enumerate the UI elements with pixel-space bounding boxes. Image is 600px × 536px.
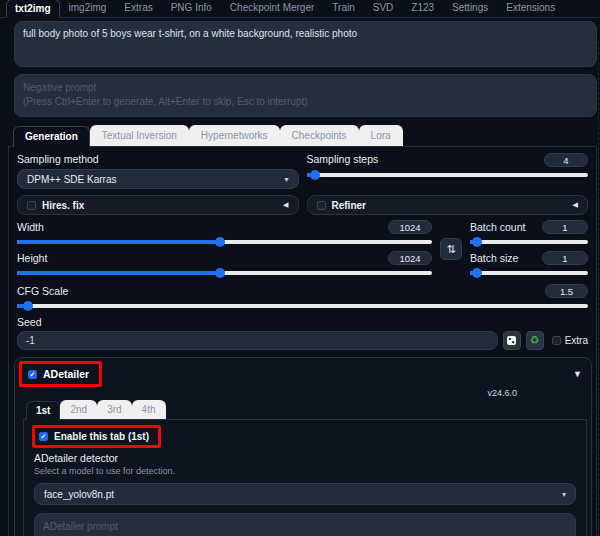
negative-prompt-placeholder-2: (Press Ctrl+Enter to generate, Alt+Enter… xyxy=(23,95,588,109)
tab-extras[interactable]: Extras xyxy=(115,0,161,17)
height-block: Height 1024 xyxy=(17,251,432,278)
tab-svd[interactable]: SVD xyxy=(364,0,403,17)
tab-textual-inversion[interactable]: Textual Inversion xyxy=(90,125,189,146)
random-seed-button[interactable] xyxy=(503,331,521,350)
seed-value: -1 xyxy=(26,335,35,346)
chevron-down-icon: ▾ xyxy=(284,175,288,184)
dice-icon xyxy=(507,336,516,345)
slider-track xyxy=(307,173,589,177)
slider-track xyxy=(470,240,588,244)
enable-tab-checkbox[interactable]: ✓ xyxy=(39,432,48,441)
slider-track xyxy=(17,304,588,308)
chevron-down-icon: ▾ xyxy=(562,490,566,499)
adetailer-model-dropdown[interactable]: face_yolov8n.pt ▾ xyxy=(34,483,576,505)
adetailer-label: ADetailer xyxy=(43,368,89,380)
negative-prompt-input[interactable]: Negative prompt (Press Ctrl+Enter to gen… xyxy=(14,74,597,117)
height-slider[interactable] xyxy=(17,268,432,278)
tab-hypernetworks[interactable]: Hypernetworks xyxy=(189,125,280,146)
tab-train[interactable]: Train xyxy=(323,0,363,17)
adetailer-tab-4th[interactable]: 4th xyxy=(132,400,166,419)
batch-size-label: Batch size xyxy=(470,252,518,264)
sampling-method-value: DPM++ SDE Karras xyxy=(27,174,116,185)
tab-generation[interactable]: Generation xyxy=(13,126,90,147)
tab-z123[interactable]: Z123 xyxy=(402,0,443,17)
seed-input[interactable]: -1 xyxy=(17,331,498,350)
batch-count-label: Batch count xyxy=(470,221,525,233)
adetailer-prompt-input[interactable]: ADetailer prompt If blank, the main prom… xyxy=(34,513,576,536)
hires-fix-label: Hires. fix xyxy=(42,200,84,211)
enable-tab-highlight-box: ✓ Enable this tab (1st) xyxy=(32,425,161,448)
sampling-steps-value[interactable]: 4 xyxy=(544,153,588,167)
cfg-scale-value[interactable]: 1.5 xyxy=(545,284,588,298)
extra-seed-toggle[interactable]: ✓ Extra xyxy=(552,335,588,346)
extra-checkbox[interactable]: ✓ xyxy=(552,336,561,345)
sampling-steps-slider[interactable] xyxy=(307,170,589,180)
hires-fix-checkbox[interactable]: ✓ xyxy=(27,201,36,210)
sampling-method-label: Sampling method xyxy=(17,153,299,165)
tab-settings[interactable]: Settings xyxy=(443,0,497,17)
negative-prompt-placeholder-1: Negative prompt xyxy=(23,81,588,95)
accordion-expanded-icon[interactable]: ▼ xyxy=(573,369,582,379)
tab-lora[interactable]: Lora xyxy=(359,125,403,146)
hires-fix-accordion[interactable]: ✓ Hires. fix ◀ xyxy=(17,195,299,215)
adetailer-tab-3rd[interactable]: 3rd xyxy=(97,400,131,419)
adetailer-header[interactable]: ✓ ADetailer ▼ xyxy=(15,358,591,387)
tab-checkpoints[interactable]: Checkpoints xyxy=(280,125,359,146)
prompt-input[interactable]: full body photo of 5 boys wear t-shirt, … xyxy=(14,21,597,67)
extra-label: Extra xyxy=(565,335,588,346)
slider-thumb[interactable] xyxy=(472,268,482,278)
reuse-seed-button[interactable]: ♻ xyxy=(526,331,544,350)
prompt-text: full body photo of 5 boys wear t-shirt, … xyxy=(23,28,357,39)
cfg-scale-slider[interactable] xyxy=(17,301,588,311)
sampling-steps-label: Sampling steps xyxy=(307,153,379,165)
adetailer-model-value: face_yolov8n.pt xyxy=(44,489,114,500)
height-value[interactable]: 1024 xyxy=(388,251,432,265)
sampling-method-dropdown[interactable]: DPM++ SDE Karras ▾ xyxy=(17,169,299,189)
batch-column: Batch count 1 Batch size 1 xyxy=(470,220,588,278)
slider-thumb[interactable] xyxy=(215,268,225,278)
seed-block: Seed -1 ♻ ✓ Extra xyxy=(17,316,588,350)
checkmark-icon: ✓ xyxy=(41,433,47,440)
tab-png-info[interactable]: PNG Info xyxy=(162,0,221,17)
slider-fill xyxy=(17,240,220,244)
adetailer-tab-2nd[interactable]: 2nd xyxy=(60,400,97,419)
width-value[interactable]: 1024 xyxy=(388,220,432,234)
seed-label: Seed xyxy=(17,316,588,328)
slider-track xyxy=(470,271,588,275)
top-tab-bar: txt2img img2img Extras PNG Info Checkpoi… xyxy=(0,0,600,18)
tab-img2img[interactable]: img2img xyxy=(60,0,116,17)
tab-checkpoint-merger[interactable]: Checkpoint Merger xyxy=(221,0,323,17)
enable-tab-label: Enable this tab (1st) xyxy=(54,431,149,442)
adetailer-accordion: ✓ ADetailer ▼ v24.6.0 1st 2nd 3rd 4th ✓ … xyxy=(14,357,592,536)
tab-txt2img[interactable]: txt2img xyxy=(6,0,60,18)
batch-count-slider[interactable] xyxy=(470,237,588,247)
refiner-checkbox[interactable]: ✓ xyxy=(317,201,326,210)
adetailer-detector-label: ADetailer detector xyxy=(34,452,576,464)
checkmark-icon: ✓ xyxy=(30,371,36,378)
batch-count-value[interactable]: 1 xyxy=(542,220,588,234)
slider-thumb[interactable] xyxy=(23,301,33,311)
batch-size-value[interactable]: 1 xyxy=(542,251,588,265)
refiner-accordion[interactable]: ✓ Refiner ◀ xyxy=(307,195,589,215)
sampling-steps-block: Sampling steps 4 xyxy=(307,153,589,189)
adetailer-tab-panel: ✓ Enable this tab (1st) ADetailer detect… xyxy=(23,420,587,536)
batch-count-block: Batch count 1 xyxy=(470,220,588,247)
width-label: Width xyxy=(17,221,44,233)
adetailer-version: v24.6.0 xyxy=(15,387,591,400)
accordion-collapsed-icon: ◀ xyxy=(573,201,578,209)
tab-extensions[interactable]: Extensions xyxy=(497,0,564,17)
slider-thumb[interactable] xyxy=(310,170,320,180)
sampling-method-block: Sampling method DPM++ SDE Karras ▾ xyxy=(17,153,299,189)
slider-thumb[interactable] xyxy=(215,237,225,247)
width-block: Width 1024 xyxy=(17,220,432,247)
adetailer-highlight-box: ✓ ADetailer xyxy=(19,361,102,387)
recycle-icon: ♻ xyxy=(530,335,540,346)
adetailer-tab-1st[interactable]: 1st xyxy=(26,401,60,420)
adetailer-checkbox[interactable]: ✓ xyxy=(28,370,37,379)
slider-thumb[interactable] xyxy=(472,237,482,247)
batch-size-slider[interactable] xyxy=(470,268,588,278)
dimensions-column: Width 1024 Height 1024 xyxy=(17,220,432,278)
scrollbar[interactable] xyxy=(598,42,599,536)
swap-dimensions-button[interactable]: ⇅ xyxy=(440,238,462,260)
width-slider[interactable] xyxy=(17,237,432,247)
